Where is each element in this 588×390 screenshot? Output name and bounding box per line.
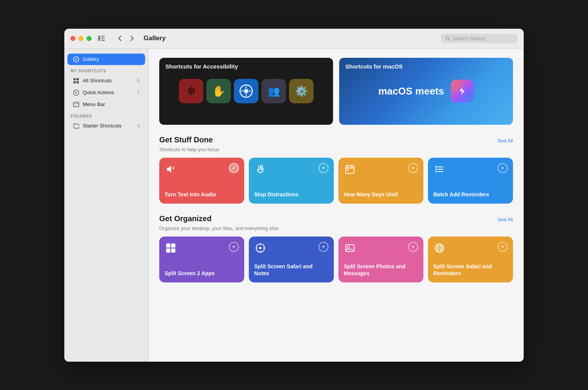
acc-icon-5: ⚙️ — [289, 79, 314, 103]
svg-rect-9 — [74, 81, 76, 83]
hero-row: Shortcuts for Accessibility ❊ ✋ — [159, 58, 513, 125]
shortcut-card-split-2-apps[interactable]: + Split Screen 2 Apps — [159, 237, 244, 282]
svg-rect-7 — [74, 78, 76, 80]
card-top-4: + — [433, 163, 508, 175]
close-button[interactable] — [70, 36, 75, 41]
titlebar: Gallery — [64, 29, 524, 49]
compass-icon — [254, 242, 266, 254]
org-card-plus-1[interactable]: + — [229, 242, 239, 252]
card-label-1: Turn Text Into Audio — [165, 191, 239, 198]
acc-icon-1: ❊ — [179, 79, 203, 103]
svg-point-27 — [435, 168, 437, 170]
macos-hero-title: Shortcuts for macOS — [345, 63, 403, 70]
sidebar-toggle-button[interactable] — [96, 33, 107, 44]
gallery-label: Gallery — [83, 56, 140, 62]
shortcut-card-split-photos-messages[interactable]: + Split Screen Photos and Messages — [338, 237, 423, 282]
svg-rect-18 — [346, 166, 354, 173]
shortcuts-icon — [451, 80, 474, 103]
card-plus-button-4[interactable]: + — [498, 163, 508, 173]
back-button[interactable] — [114, 33, 125, 44]
gallery-icon — [73, 56, 80, 63]
org-card-plus-2[interactable]: + — [318, 242, 328, 252]
svg-rect-8 — [77, 78, 79, 80]
org-card-label-2: Split Screen Safari and Notes — [254, 263, 328, 277]
get-stuff-done-header: Get Stuff Done See All — [159, 135, 513, 144]
shortcut-card-turn-text-audio[interactable]: ✓ Turn Text Into Audio — [159, 158, 244, 204]
svg-rect-12 — [74, 102, 79, 107]
globe-icon — [433, 242, 446, 254]
get-organized-header: Get Organized See All — [159, 214, 513, 223]
get-stuff-done-section: Get Stuff Done See All Shortcuts to help… — [159, 135, 513, 204]
calendar-icon — [344, 163, 356, 175]
hand-icon — [254, 163, 266, 175]
svg-point-28 — [435, 171, 437, 172]
sidebar-item-gallery[interactable]: Gallery — [67, 54, 145, 65]
svg-line-5 — [449, 39, 450, 40]
card-top-3: + — [344, 163, 418, 175]
acc-icon-3 — [234, 79, 258, 103]
content-area: Shortcuts for Accessibility ❊ ✋ — [149, 49, 524, 362]
minimize-button[interactable] — [78, 36, 83, 41]
shortcut-card-stop-distractions[interactable]: + Stop Distractions — [249, 158, 334, 204]
photo-icon — [344, 242, 356, 254]
traffic-lights — [70, 36, 91, 41]
search-bar[interactable] — [441, 34, 518, 43]
get-stuff-done-subtitle: Shortcuts to help you focus — [159, 147, 513, 152]
card-plus-button-3[interactable]: + — [408, 163, 418, 173]
forward-button[interactable] — [127, 33, 137, 44]
card-label-3: How Many Days Until — [344, 191, 418, 198]
card-label-2: Stop Distractions — [254, 191, 328, 198]
hero-accessibility-card[interactable]: Shortcuts for Accessibility ❊ ✋ — [159, 58, 333, 125]
hero-macos-card[interactable]: Shortcuts for macOS macOS meets — [339, 58, 513, 125]
shortcut-card-split-safari-notes[interactable]: + Split Screen Safari and Notes — [249, 237, 334, 282]
svg-point-40 — [347, 246, 350, 248]
org-card-top-3: + — [344, 242, 418, 254]
org-card-top-1: + — [165, 242, 239, 254]
org-card-plus-3[interactable]: + — [408, 242, 418, 252]
svg-point-34 — [259, 247, 261, 249]
starter-shortcuts-icon — [73, 122, 80, 129]
svg-point-26 — [435, 166, 437, 168]
svg-rect-1 — [101, 36, 105, 37]
search-input[interactable] — [452, 36, 513, 41]
get-organized-see-all[interactable]: See All — [498, 217, 513, 222]
get-organized-section: Get Organized See All Organize your desk… — [159, 214, 513, 282]
org-card-label-1: Split Screen 2 Apps — [165, 270, 239, 277]
svg-rect-29 — [166, 243, 170, 248]
get-organized-subtitle: Organize your desktop, your Mac, and eve… — [159, 225, 513, 231]
org-card-label-4: Split Screen Safari and Reminders — [433, 263, 508, 277]
split-apps-icon — [165, 242, 177, 254]
org-card-plus-4[interactable]: + — [498, 242, 508, 252]
sidebar: Gallery My Shortcuts All Shortcuts 6 — [64, 49, 149, 362]
svg-rect-10 — [77, 81, 79, 83]
org-card-top-2: + — [254, 242, 328, 254]
quick-actions-label: Quick Actions — [83, 90, 134, 95]
svg-rect-30 — [171, 243, 175, 248]
sidebar-item-starter-shortcuts[interactable]: Starter Shortcuts 4 — [67, 120, 145, 132]
sidebar-item-quick-actions[interactable]: Quick Actions 1 — [67, 87, 145, 98]
get-organized-title: Get Organized — [159, 214, 212, 223]
list-icon — [433, 163, 446, 175]
svg-rect-0 — [98, 36, 100, 41]
sidebar-item-all-shortcuts[interactable]: All Shortcuts 6 — [67, 75, 145, 86]
shortcut-card-split-safari-reminders[interactable]: + Split Screen Safari and Reminders — [428, 237, 513, 282]
card-check-button-1[interactable]: ✓ — [229, 163, 239, 173]
quick-actions-badge: 1 — [137, 90, 140, 95]
maximize-button[interactable] — [87, 36, 91, 41]
sidebar-item-menu-bar[interactable]: Menu Bar — [67, 99, 145, 110]
my-shortcuts-section-label: My Shortcuts — [64, 65, 148, 75]
shortcut-card-batch-reminders[interactable]: + Batch Add Reminders — [428, 158, 513, 204]
svg-rect-22 — [347, 169, 349, 171]
acc-icon-2: ✋ — [206, 79, 231, 103]
macos-meets-text: macOS meets — [378, 85, 444, 97]
svg-rect-31 — [166, 248, 170, 253]
get-stuff-done-see-all[interactable]: See All — [498, 138, 513, 144]
nav-buttons — [114, 33, 137, 44]
get-organized-grid: + Split Screen 2 Apps — [159, 237, 513, 282]
menu-bar-label: Menu Bar — [83, 101, 140, 107]
shortcut-card-days-until[interactable]: + How Many Days Until — [338, 158, 423, 204]
menu-bar-icon — [73, 101, 80, 108]
acc-icon-4: 👥 — [261, 79, 286, 103]
audio-icon — [165, 163, 177, 175]
card-plus-button-2[interactable]: + — [318, 163, 328, 173]
